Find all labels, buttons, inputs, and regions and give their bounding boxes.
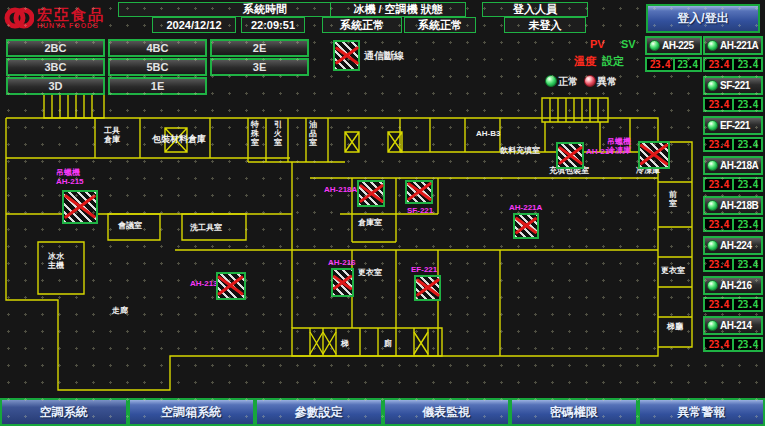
abnormal-legend-label: 異常 [597, 75, 617, 89]
room-label: 冰水主機 [48, 252, 64, 270]
unit-name-label: AH-218A [720, 160, 758, 171]
unit-tag-label: AH-221A [509, 203, 542, 212]
sv-value: 23.4 [732, 99, 761, 110]
room-label: AH-B3 [476, 129, 500, 138]
nav-button-alarm[interactable]: 異常警報 [638, 400, 765, 426]
pv-value: 23.4 [647, 59, 673, 70]
nav-button-ac-system[interactable]: 空調系統 [0, 400, 128, 426]
sv-value: 23.4 [732, 179, 761, 190]
offline-ahu-icon-ah-214[interactable] [556, 142, 584, 169]
sv-header-label: SV [621, 38, 636, 50]
normal-led-icon [545, 75, 557, 87]
nav-button-ahu-system[interactable]: 空調箱系統 [128, 400, 256, 426]
status-led-icon [707, 40, 718, 51]
room-label: 走廊 [112, 306, 128, 315]
status-led-icon [707, 200, 718, 211]
unit-name-label: AH-224 [720, 240, 751, 251]
unit-name-label: EF-221 [720, 120, 750, 131]
room-label: 油品室 [309, 120, 317, 147]
unit-name-label: AH-214 [720, 320, 751, 331]
offline-ahu-icon-ah-216[interactable] [331, 268, 354, 297]
hmi-screen: 宏亞食品 HUNYA FOODS 系統時間 2024/12/12 22:09:5… [0, 0, 765, 426]
unit-name-label: AH-225 [662, 40, 693, 51]
unit-button-ah-214[interactable]: AH-214 [703, 316, 763, 335]
floor-button-5bc[interactable]: 5BC [108, 58, 207, 76]
temperature-display: 23.423.4 [703, 57, 763, 72]
offline-ahu-icon-冷凍庫[interactable] [638, 141, 670, 169]
system-clock-value: 22:09:51 [241, 17, 305, 33]
temperature-display: 23.423.4 [703, 297, 763, 312]
pv-value: 23.4 [705, 339, 732, 350]
brand-name: 宏亞食品 [37, 7, 105, 22]
status-led-icon [707, 160, 718, 171]
machine-status-label: 冰機 / 空調機 狀態 [330, 2, 466, 17]
room-label: 廁 [384, 339, 392, 348]
temperature-display: 23.423.4 [703, 177, 763, 192]
offline-ahu-icon-ah-213[interactable] [216, 272, 246, 300]
unit-tag-label: AH-213 [190, 279, 218, 288]
pv-header-label: PV [590, 38, 605, 50]
floor-button-2bc[interactable]: 2BC [6, 39, 105, 57]
temperature-display: 23.423.4 [703, 257, 763, 272]
room-label: 飲料充填室 [500, 146, 540, 155]
room-label: 梯 [341, 339, 349, 348]
pv-value: 23.4 [705, 59, 732, 70]
unit-button-ah-218a[interactable]: AH-218A [703, 156, 763, 175]
unit-block-ah-218b: AH-218B23.423.4 [703, 196, 763, 232]
room-label: 包裝材料倉庫 [152, 135, 206, 144]
unit-block-sf-221: SF-22123.423.4 [703, 76, 763, 112]
offline-ahu-icon-ah-218a[interactable] [357, 180, 385, 207]
pv-value: 23.4 [705, 259, 732, 270]
room-label: 會議室 [118, 221, 142, 230]
offline-ahu-icon-sf-221[interactable] [405, 180, 433, 204]
unit-button-ah-216[interactable]: AH-216 [703, 276, 763, 295]
login-status-value: 未登入 [504, 17, 586, 33]
status-led-icon [649, 40, 660, 51]
pv-value: 23.4 [705, 299, 732, 310]
brand-logo: 宏亞食品 HUNYA FOODS [4, 2, 114, 34]
offline-ahu-icon-ah-221a[interactable] [513, 213, 539, 239]
floor-button-3e[interactable]: 3E [210, 58, 309, 76]
unit-button-sf-221[interactable]: SF-221 [703, 76, 763, 95]
offline-ahu-icon-ah-215[interactable] [62, 190, 98, 224]
status-led-icon [707, 280, 718, 291]
room-label: 倉庫室 [358, 218, 382, 227]
temperature-display: 23.423.4 [703, 137, 763, 152]
chiller-status-value: 系統正常 [322, 17, 402, 33]
unit-button-ef-221[interactable]: EF-221 [703, 116, 763, 135]
room-label: 前室 [669, 190, 677, 208]
floor-button-3bc[interactable]: 3BC [6, 58, 105, 76]
unit-button-ah-221a[interactable]: AH-221A [703, 36, 763, 55]
floor-button-4bc[interactable]: 4BC [108, 39, 207, 57]
nav-button-meter-monitor[interactable]: 儀表監視 [383, 400, 511, 426]
brand-logo-icon [4, 4, 34, 32]
room-label: 洗工具室 [190, 223, 222, 232]
nav-button-password-authority[interactable]: 密碼權限 [510, 400, 638, 426]
sv-value: 23.4 [732, 139, 761, 150]
room-label: 更衣室 [661, 266, 685, 275]
floor-button-2e[interactable]: 2E [210, 39, 309, 57]
nav-button-parameter-settings[interactable]: 參數設定 [255, 400, 383, 426]
sv-value: 23.4 [732, 259, 761, 270]
offline-ahu-icon-ef-221[interactable] [414, 275, 441, 301]
unit-button-ah-224[interactable]: AH-224 [703, 236, 763, 255]
unit-name-label: SF-221 [720, 80, 750, 91]
room-label: 工具倉庫 [104, 126, 120, 144]
temperature-display: 23.423.4 [703, 217, 763, 232]
sv-value: 23.4 [673, 59, 701, 70]
login-logout-button[interactable]: 登入/登出 [646, 4, 760, 33]
sv-value: 23.4 [732, 219, 761, 230]
comm-offline-label: 通信斷線 [364, 49, 404, 63]
sv-value: 23.4 [732, 339, 761, 350]
unit-tag-label: AH-216 [328, 258, 356, 267]
floor-button-1e[interactable]: 1E [108, 77, 207, 95]
unit-name-label: AH-216 [720, 280, 751, 291]
unit-button-ah-218b[interactable]: AH-218B [703, 196, 763, 215]
status-led-icon [707, 120, 718, 131]
set-word-label: 設定 [602, 54, 624, 69]
room-label: 特殊室 [251, 120, 259, 147]
bottom-navigation: 空調系統空調箱系統參數設定儀表監視密碼權限異常警報 [0, 398, 765, 426]
room-label: 梯廳 [667, 322, 683, 331]
floor-button-3d[interactable]: 3D [6, 77, 105, 95]
unit-button-ah-225[interactable]: AH-225 [645, 36, 702, 55]
